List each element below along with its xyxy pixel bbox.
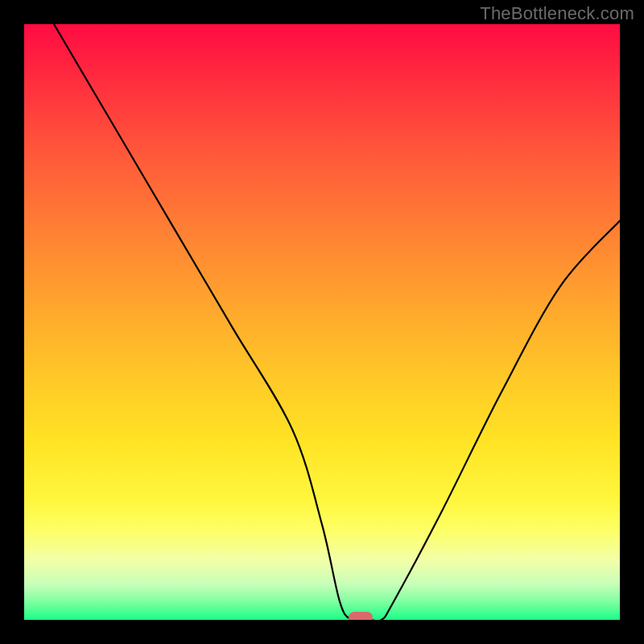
optimal-point-marker: [349, 612, 373, 620]
watermark-label: TheBottleneck.com: [480, 3, 634, 24]
chart-frame: TheBottleneck.com: [0, 0, 644, 644]
bottleneck-curve: [24, 24, 620, 620]
plot-area: [24, 24, 620, 620]
